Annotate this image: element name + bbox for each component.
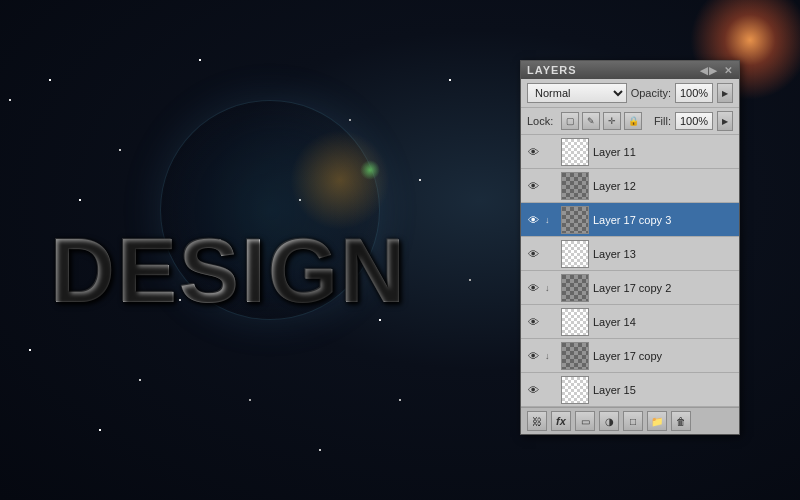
layer-thumbnail: [561, 308, 589, 336]
mask-button[interactable]: ▭: [575, 411, 595, 431]
layer-link-icon: ↓: [545, 351, 557, 361]
eye-icon[interactable]: 👁: [525, 348, 541, 364]
panel-titlebar: LAYERS ◀▶ ✕: [521, 61, 739, 79]
opacity-arrow[interactable]: ▶: [717, 83, 733, 103]
fill-input[interactable]: [675, 112, 713, 130]
layer-name: Layer 17 copy: [593, 350, 735, 362]
lock-label: Lock:: [527, 115, 553, 127]
background: DESIGN LAYERS ◀▶ ✕ Normal Opacity: ▶ Loc…: [0, 0, 800, 500]
layer-thumbnail: [561, 376, 589, 404]
layer-thumbnail: [561, 206, 589, 234]
titlebar-controls: ◀▶ ✕: [700, 65, 733, 76]
group-button[interactable]: 📁: [647, 411, 667, 431]
layer-name: Layer 13: [593, 248, 735, 260]
style-button[interactable]: □: [623, 411, 643, 431]
eye-icon[interactable]: 👁: [525, 246, 541, 262]
layer-item[interactable]: 👁Layer 15: [521, 373, 739, 407]
fill-label: Fill:: [654, 115, 671, 127]
link-button[interactable]: ⛓: [527, 411, 547, 431]
blend-mode-row: Normal Opacity: ▶: [521, 79, 739, 108]
close-icon[interactable]: ✕: [724, 65, 733, 76]
design-text: DESIGN: [50, 220, 407, 323]
opacity-label: Opacity:: [631, 87, 671, 99]
eye-icon[interactable]: 👁: [525, 280, 541, 296]
layer-item[interactable]: 👁Layer 14: [521, 305, 739, 339]
green-flare: [360, 160, 380, 180]
panel-title: LAYERS: [527, 64, 577, 76]
layer-name: Layer 15: [593, 384, 735, 396]
opacity-input[interactable]: [675, 83, 713, 103]
layer-link-icon: ↓: [545, 215, 557, 225]
layer-link-icon: ↓: [545, 283, 557, 293]
collapse-icon[interactable]: ◀▶: [700, 65, 718, 76]
fill-arrow[interactable]: ▶: [717, 111, 733, 131]
layer-item[interactable]: 👁↓Layer 17 copy 3: [521, 203, 739, 237]
layer-name: Layer 12: [593, 180, 735, 192]
lock-transparent-btn[interactable]: ▢: [561, 112, 579, 130]
lock-pixels-btn[interactable]: ✎: [582, 112, 600, 130]
layer-name: Layer 14: [593, 316, 735, 328]
eye-icon[interactable]: 👁: [525, 178, 541, 194]
layer-item[interactable]: 👁↓Layer 17 copy: [521, 339, 739, 373]
eye-icon[interactable]: 👁: [525, 314, 541, 330]
adjustment-button[interactable]: ◑: [599, 411, 619, 431]
layer-thumbnail: [561, 172, 589, 200]
blend-mode-select[interactable]: Normal: [527, 83, 627, 103]
layers-list[interactable]: 👁Layer 11👁Layer 12👁↓Layer 17 copy 3👁Laye…: [521, 135, 739, 407]
lock-position-btn[interactable]: ✛: [603, 112, 621, 130]
panel-toolbar: ⛓ fx ▭ ◑ □ 📁 🗑: [521, 407, 739, 434]
layer-name: Layer 11: [593, 146, 735, 158]
fx-button[interactable]: fx: [551, 411, 571, 431]
eye-icon[interactable]: 👁: [525, 212, 541, 228]
lock-icons: ▢ ✎ ✛ 🔒: [561, 112, 650, 130]
lock-all-btn[interactable]: 🔒: [624, 112, 642, 130]
eye-icon[interactable]: 👁: [525, 382, 541, 398]
layer-thumbnail: [561, 274, 589, 302]
layer-thumbnail: [561, 342, 589, 370]
layers-panel: LAYERS ◀▶ ✕ Normal Opacity: ▶ Lock: ▢ ✎ …: [520, 60, 740, 435]
delete-button[interactable]: 🗑: [671, 411, 691, 431]
layer-name: Layer 17 copy 2: [593, 282, 735, 294]
lock-row: Lock: ▢ ✎ ✛ 🔒 Fill: ▶: [521, 108, 739, 135]
layer-item[interactable]: 👁Layer 13: [521, 237, 739, 271]
layer-thumbnail: [561, 240, 589, 268]
layer-thumbnail: [561, 138, 589, 166]
layer-item[interactable]: 👁Layer 12: [521, 169, 739, 203]
eye-icon[interactable]: 👁: [525, 144, 541, 160]
layer-name: Layer 17 copy 3: [593, 214, 735, 226]
layer-item[interactable]: 👁Layer 11: [521, 135, 739, 169]
orange-glow: [290, 130, 390, 230]
layer-item[interactable]: 👁↓Layer 17 copy 2: [521, 271, 739, 305]
